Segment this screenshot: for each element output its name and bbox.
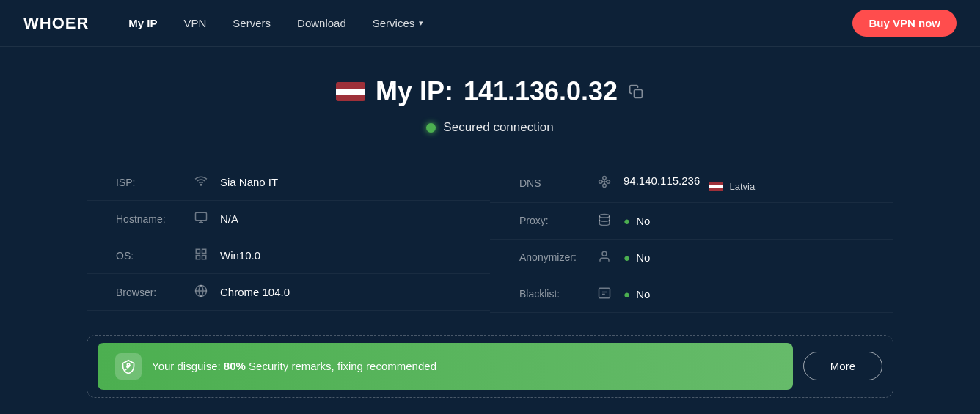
dns-flag <box>709 182 723 191</box>
site-logo[interactable]: WHOER <box>23 14 89 33</box>
svg-point-15 <box>127 363 129 366</box>
svg-point-9 <box>603 184 607 188</box>
connection-status: Secured connection <box>426 120 553 135</box>
nav-download[interactable]: Download <box>287 11 356 35</box>
info-col-right: DNS 94.140.115.236 <box>490 164 893 313</box>
ip-address: 141.136.0.32 <box>464 76 618 107</box>
svg-point-12 <box>599 214 610 218</box>
globe-icon <box>194 284 208 300</box>
more-button[interactable]: More <box>803 352 882 380</box>
wifi-icon <box>194 174 208 190</box>
security-bar: Your disguise: 80% Security remarks, fix… <box>98 343 793 390</box>
nav-links: My IP VPN Servers Download Services ▾ <box>118 11 852 35</box>
dns-label: DNS <box>519 177 585 189</box>
list-icon <box>597 287 612 302</box>
blacklist-label: Blacklist: <box>519 288 585 300</box>
os-label: OS: <box>116 250 182 262</box>
latvia-flag <box>336 82 365 101</box>
svg-point-1 <box>200 185 202 186</box>
database-icon <box>597 213 612 229</box>
nav-servers[interactable]: Servers <box>222 11 281 35</box>
security-bar-text: Your disguise: 80% Security remarks, fix… <box>152 360 436 372</box>
isp-label: ISP: <box>116 177 182 188</box>
shield-icon <box>115 353 142 380</box>
nav-services[interactable]: Services ▾ <box>362 11 434 35</box>
anonymizer-value: ● No <box>624 251 650 264</box>
browser-value: Chrome 104.0 <box>220 286 290 298</box>
ip-heading: My IP: 141.136.0.32 <box>336 76 644 107</box>
svg-point-10 <box>599 180 603 184</box>
hostname-value: N/A <box>220 212 238 225</box>
proxy-label: Proxy: <box>519 215 585 226</box>
nav-my-ip[interactable]: My IP <box>118 11 167 35</box>
ip-label: My IP: <box>376 76 453 107</box>
status-dot-green <box>426 123 436 133</box>
svg-rect-14 <box>599 288 610 298</box>
svg-rect-2 <box>196 212 207 221</box>
security-bar-wrapper: Your disguise: 80% Security remarks, fix… <box>87 335 893 398</box>
blacklist-row: Blacklist: ● No <box>490 276 893 313</box>
person-icon <box>597 250 612 265</box>
chevron-down-icon: ▾ <box>419 18 423 28</box>
copy-ip-button[interactable] <box>628 84 644 100</box>
blacklist-value: ● No <box>624 288 650 300</box>
isp-value: Sia Nano IT <box>220 176 278 188</box>
proxy-value: ● No <box>624 215 650 227</box>
navigation: WHOER My IP VPN Servers Download Service… <box>0 0 980 47</box>
dns-value: 94.140.115.236 Latvia <box>624 174 755 192</box>
main-content: My IP: 141.136.0.32 Secured connection I… <box>0 47 980 413</box>
svg-rect-3 <box>196 249 200 253</box>
status-text: Secured connection <box>443 120 553 135</box>
buy-vpn-button[interactable]: Buy VPN now <box>852 10 957 37</box>
svg-rect-6 <box>202 256 206 259</box>
isp-row: ISP: Sia Nano IT <box>87 164 490 201</box>
proxy-row: Proxy: ● No <box>490 203 893 240</box>
os-row: OS: Win10.0 <box>87 237 490 274</box>
svg-point-13 <box>602 251 607 256</box>
hostname-label: Hostname: <box>116 213 182 225</box>
monitor-icon <box>194 211 208 226</box>
anonymizer-label: Anonymizer: <box>519 251 585 263</box>
grid-icon <box>194 248 208 263</box>
hostname-row: Hostname: N/A <box>87 201 490 237</box>
svg-rect-5 <box>196 256 200 259</box>
browser-label: Browser: <box>116 287 182 298</box>
nav-vpn[interactable]: VPN <box>174 11 217 35</box>
svg-point-8 <box>603 177 607 180</box>
svg-point-11 <box>607 180 610 184</box>
os-value: Win10.0 <box>220 249 260 262</box>
dns-icon <box>597 175 612 191</box>
dns-row: DNS 94.140.115.236 <box>490 164 893 203</box>
anonymizer-row: Anonymizer: ● No <box>490 240 893 276</box>
info-grid: ISP: Sia Nano IT Hostname: N/A <box>87 164 893 313</box>
svg-rect-4 <box>202 249 206 253</box>
browser-row: Browser: Chrome 104.0 <box>87 274 490 311</box>
svg-rect-0 <box>635 90 643 98</box>
info-col-left: ISP: Sia Nano IT Hostname: N/A <box>87 164 490 313</box>
